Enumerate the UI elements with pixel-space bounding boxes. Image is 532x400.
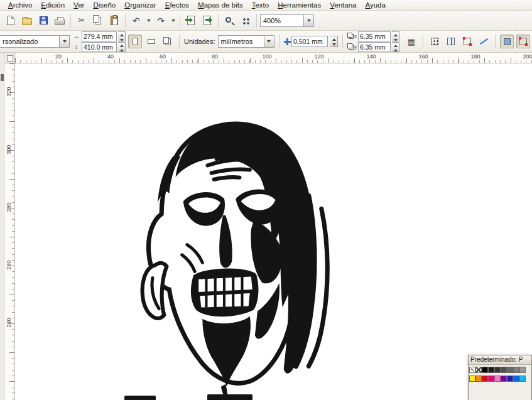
landscape-button[interactable]	[144, 35, 158, 48]
combo-arrow-button[interactable]	[264, 36, 274, 47]
zoom-tool-button[interactable]	[222, 13, 237, 28]
treat-as-filled-button[interactable]	[500, 35, 514, 48]
snap-guidelines-icon	[447, 38, 455, 45]
ruler-label: 160	[418, 53, 428, 60]
units-label: Unidades:	[184, 38, 215, 45]
menu-organizar[interactable]: Organizar	[120, 1, 161, 10]
apply-all-pages-button[interactable]	[161, 35, 175, 48]
export-button[interactable]	[200, 13, 215, 28]
duplicate-x-value: 6.35 mm	[360, 33, 386, 40]
vertical-ruler[interactable]: 320300280260240	[4, 63, 15, 400]
menu-herramientas[interactable]: Herramientas	[273, 1, 325, 10]
landscape-icon	[148, 39, 155, 44]
undo-dropdown[interactable]	[145, 13, 152, 28]
zombie-artwork[interactable]	[132, 119, 353, 394]
portrait-button[interactable]	[128, 35, 142, 48]
duplicate-x-spinner[interactable]	[392, 31, 399, 41]
pick-tool-options-button[interactable]	[516, 35, 530, 48]
copy-button[interactable]	[90, 13, 106, 28]
copy-icon	[93, 15, 99, 23]
menu-ver[interactable]: Ver	[69, 1, 89, 10]
color-swatch[interactable]	[513, 367, 519, 373]
palette-rows: ✎	[469, 365, 531, 383]
paper-size-group: ↔ 279.4 mm ↕ 410.0 mm	[72, 31, 126, 52]
menu-texto[interactable]: Texto	[247, 1, 274, 10]
paper-height-field[interactable]: 410.0 mm	[82, 42, 117, 52]
toolbar-separator	[256, 14, 257, 28]
open-folder-icon	[22, 18, 32, 25]
menu-mapas-de-bits[interactable]: Mapas de bits	[193, 1, 247, 10]
dynamic-guides-icon	[480, 38, 487, 45]
color-swatch[interactable]	[482, 376, 488, 382]
paper-preset-combo[interactable]: rsonalizado	[0, 35, 70, 48]
combo-arrow-button[interactable]	[59, 36, 69, 47]
ruler-origin-button[interactable]	[4, 53, 15, 63]
snap-to-guidelines-button[interactable]	[444, 35, 458, 48]
menu-ventana[interactable]: Ventana	[325, 1, 361, 10]
undo-button[interactable]: ↶	[129, 13, 144, 28]
import-button[interactable]	[183, 13, 198, 28]
paper-width-spinner[interactable]	[118, 31, 126, 41]
units-combo[interactable]: milímetros	[218, 35, 274, 48]
color-swatch[interactable]	[475, 376, 482, 382]
undo-icon: ↶	[133, 16, 140, 25]
color-swatch[interactable]	[519, 376, 526, 382]
palette-edit-icon[interactable]: ✎	[469, 367, 475, 373]
ruler-label: 260	[6, 259, 12, 271]
open-button[interactable]	[19, 13, 35, 28]
chevron-down-icon	[307, 19, 311, 22]
save-button[interactable]	[36, 13, 51, 28]
drawing-canvas[interactable]	[15, 63, 532, 400]
duplicate-y-spinner[interactable]	[392, 42, 399, 52]
drawing-fragment[interactable]	[124, 396, 156, 400]
color-swatch[interactable]	[507, 367, 513, 373]
color-swatch[interactable]	[494, 367, 501, 373]
menu-diseno[interactable]: Diseño	[89, 1, 120, 10]
toolbar-separator	[125, 14, 126, 28]
redo-dropdown[interactable]	[170, 13, 176, 28]
paper-height-spinner[interactable]	[118, 42, 126, 52]
redo-button[interactable]: ↷	[153, 13, 168, 28]
paper-preset-value: rsonalizado	[3, 38, 38, 45]
new-document-button[interactable]	[3, 13, 18, 28]
menu-archivo[interactable]: Archivo	[4, 1, 36, 10]
grid-toggle-button[interactable]: ▦	[404, 35, 418, 48]
color-swatch[interactable]	[488, 376, 494, 382]
pages-icon	[163, 37, 169, 44]
dynamic-guides-button[interactable]	[477, 35, 491, 48]
toolbox-grip[interactable]	[1, 74, 4, 81]
application-launcher-button[interactable]	[238, 13, 253, 28]
paper-width-field[interactable]: 279.4 mm	[82, 31, 117, 41]
color-swatch[interactable]	[494, 376, 501, 382]
menu-ayuda[interactable]: Ayuda	[361, 1, 389, 10]
no-fill-swatch[interactable]	[475, 367, 482, 373]
horizontal-ruler[interactable]: 20406080100120140160180200	[15, 53, 532, 63]
drawing-fragment[interactable]	[207, 394, 252, 400]
color-swatch[interactable]	[469, 376, 475, 382]
color-swatch[interactable]	[501, 367, 507, 373]
cut-button[interactable]: ✂	[74, 13, 89, 28]
nudge-offset-spinner[interactable]	[330, 36, 338, 47]
ruler-ticks	[9, 63, 14, 400]
nudge-offset-field[interactable]: 0,501 mm	[291, 36, 328, 47]
print-button[interactable]	[52, 13, 67, 28]
palette-title-bar[interactable]: Predeterminado: P	[469, 355, 531, 365]
color-swatch[interactable]	[519, 367, 526, 373]
color-swatch[interactable]	[482, 367, 488, 373]
ruler-label: 100	[262, 53, 271, 60]
color-swatch[interactable]	[513, 376, 519, 382]
snap-to-objects-button[interactable]	[460, 35, 474, 48]
zoom-level-combo[interactable]: 400%	[260, 14, 314, 27]
menu-efectos[interactable]: Efectos	[161, 1, 193, 10]
snap-to-grid-button[interactable]	[428, 35, 442, 48]
color-swatch[interactable]	[488, 367, 494, 373]
color-swatch[interactable]	[501, 376, 507, 382]
snap-objects-icon	[464, 38, 471, 45]
color-swatch[interactable]	[507, 376, 513, 382]
paste-button[interactable]	[107, 13, 122, 28]
duplicate-x-field[interactable]: 6.35 mm	[358, 31, 391, 41]
ruler-label: 40	[107, 53, 114, 60]
combo-arrow-button[interactable]	[303, 15, 313, 26]
duplicate-y-field[interactable]: 6.35 mm	[358, 42, 391, 52]
menu-edicion[interactable]: Edición	[36, 1, 69, 10]
